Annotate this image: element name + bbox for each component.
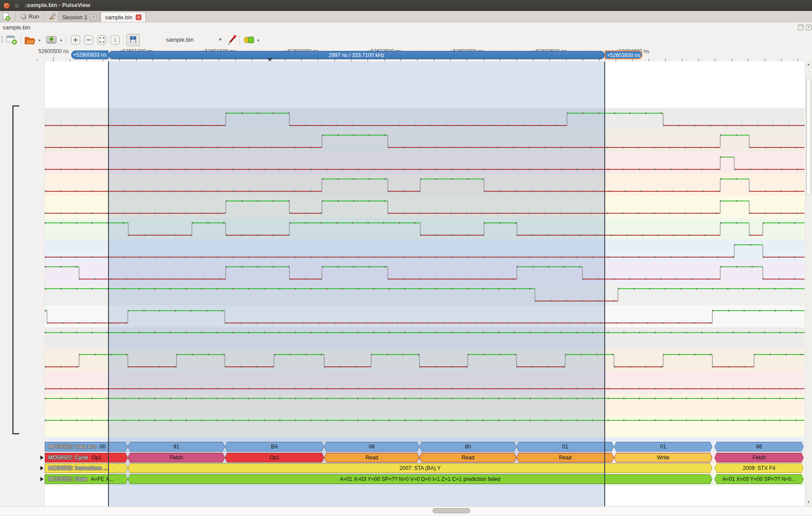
cursor-flags-icon: [127, 34, 139, 46]
zoom-fit-button[interactable]: [97, 35, 107, 45]
zoom-out-button[interactable]: [83, 35, 94, 45]
decoder-segment-label: A=01 X=03 Y=00 SP=?? N=0 V=0 D=0 I=1 Z=1…: [128, 475, 712, 484]
cursor-range-bar[interactable]: 2997 ns / 333.7100 kHz: [108, 51, 605, 59]
decoder-segment: Read: [419, 453, 516, 462]
show-cursors-button[interactable]: [126, 34, 140, 46]
float-dock-icon[interactable]: ❒: [798, 25, 804, 30]
window-title: sample.bin - PulseView: [27, 2, 90, 8]
decoder-segment: 86: [715, 442, 804, 452]
separator: [21, 36, 21, 44]
separator: [239, 36, 240, 44]
decoder-segment-label: Fetch: [715, 453, 803, 462]
window-minimize-button[interactable]: –: [14, 3, 20, 9]
decoder-segment: 91: [128, 442, 225, 452]
run-icon: [21, 14, 26, 19]
decoder-segment-label: Read: [517, 453, 614, 462]
decoder-segment-label: 91: [128, 442, 224, 451]
decoder-segment: BA: [225, 442, 324, 452]
save-file-button[interactable]: [46, 35, 56, 45]
bracket-line: [12, 105, 14, 434]
decoder-dropdown-arrow[interactable]: ▼: [256, 39, 260, 43]
decoder-row-value: 00: [100, 444, 105, 450]
cursor-1-label[interactable]: +52600833 ns: [71, 50, 108, 59]
decoder-segment: 01: [516, 442, 614, 452]
bracket-bottom: [12, 433, 19, 434]
decoder-row-expand-icon[interactable]: [40, 455, 43, 460]
decoder-segment: Op1: [225, 453, 324, 462]
session-setup-icon[interactable]: [47, 11, 58, 22]
cursor-2-label[interactable]: +52603830 ns: [605, 50, 642, 59]
toolbar-grip[interactable]: [1, 36, 3, 43]
decoder-segment: Read: [516, 453, 614, 462]
chevron-down-icon: ▼: [218, 37, 222, 42]
decoder-segment: A=01 X=03 Y=00 SP=?? N=0 V=0 D=0 I=1 Z=1…: [128, 474, 712, 484]
separator: [123, 36, 123, 44]
tab-label: sample.bin: [105, 14, 133, 21]
zoom-in-icon: [70, 35, 81, 45]
decoder-segment-label: 80: [420, 442, 516, 451]
new-file-icon: [3, 12, 10, 21]
decoder-segment-label: 01: [517, 442, 614, 451]
separator: [66, 36, 66, 44]
horizontal-scroll-thumb[interactable]: [433, 508, 470, 513]
decoder-row-header[interactable]: MOS6502: CycleOp1: [45, 453, 108, 462]
decoder-row-name: MOS6502: Instructions ...: [48, 465, 108, 471]
decoder-segment-label: Read: [420, 453, 516, 462]
save-dropdown-arrow[interactable]: ▼: [59, 39, 63, 43]
wrench-icon: [48, 13, 56, 21]
ruler-tick: [53, 57, 54, 61]
decoder-segment-label: 01: [614, 442, 712, 451]
ruler-tick-label: 52600500 ns: [38, 48, 69, 54]
decoder-row-expand-icon[interactable]: [40, 466, 43, 470]
channels-button[interactable]: [226, 35, 236, 45]
tab-sample-bin[interactable]: sample.bin ×: [101, 12, 146, 22]
file-format-combo[interactable]: sample.bin ▼: [166, 36, 194, 43]
dock-title: sample.bin: [3, 24, 30, 31]
ruler-hover-marker: [267, 58, 273, 61]
decoder-row-expand-icon[interactable]: [40, 477, 43, 481]
decoder-segment: Write: [614, 453, 712, 462]
close-tab-icon[interactable]: ×: [90, 14, 96, 20]
open-file-button[interactable]: [24, 35, 35, 45]
cursor-1-line[interactable]: [108, 61, 109, 506]
decoder-segment: Fetch: [715, 453, 804, 462]
zoom-in-button[interactable]: [70, 35, 81, 45]
decoder-row-value: A=FE X...: [91, 476, 114, 482]
time-ruler[interactable]: 52600500 ns+52601000 ns+52601500 ns+5260…: [0, 47, 812, 61]
decoder-segment-label: 2009: STX F4: [715, 464, 803, 473]
decoder-row-name: MOS6502: State: [48, 476, 87, 482]
decoder-row-name: MOS6502: Data bus: [48, 444, 96, 450]
decoder-segment: 2007: STA (BA),Y: [128, 463, 712, 473]
cursor-2-line[interactable]: [604, 61, 605, 506]
decoder-row-header[interactable]: MOS6502: Data bus00: [45, 442, 112, 452]
session-tab-bar: Run Session 1 × sample.bin ×: [0, 11, 812, 22]
open-dropdown-arrow[interactable]: ▼: [38, 39, 41, 43]
decoder-segment-label: Fetch: [128, 453, 224, 462]
close-tab-icon[interactable]: ×: [136, 14, 141, 20]
add-decoder-button[interactable]: [243, 35, 253, 45]
decoder-row-header[interactable]: MOS6502: Instructions ...: [45, 463, 114, 473]
svg-text:1: 1: [114, 37, 116, 43]
zoom-one-to-one-button[interactable]: 1: [110, 35, 120, 45]
zoom-fit-icon: [97, 35, 107, 45]
window-close-button[interactable]: ×: [4, 3, 10, 9]
new-session-button[interactable]: [0, 11, 14, 22]
close-dock-icon[interactable]: ✕: [806, 25, 812, 30]
decoder-segment-label: 08: [325, 442, 419, 451]
decoder-icon: [243, 35, 256, 45]
zoom-out-icon: [83, 35, 94, 45]
tab-session-1[interactable]: Session 1 ×: [58, 12, 101, 22]
decoder-segment: 08: [324, 442, 419, 452]
open-folder-icon: [24, 35, 36, 45]
decoder-segment: Read: [324, 453, 419, 462]
main-toolbar: ▼ ▼ 1: [0, 33, 812, 47]
decoder-segment: 01: [614, 442, 712, 452]
new-view-button[interactable]: [6, 35, 17, 45]
horizontal-scrollbar[interactable]: [0, 506, 812, 515]
probe-icon: [226, 35, 237, 46]
trace-view[interactable]: 01234567RnWSyncRdyPhi2IRQnNMInRSTnMOS650…: [0, 61, 812, 506]
run-button[interactable]: Run: [18, 11, 43, 22]
decoder-segment: Fetch: [128, 453, 225, 462]
waveform-canvas: [0, 61, 812, 506]
decoder-row-name: MOS6502: Cycle: [48, 455, 88, 461]
